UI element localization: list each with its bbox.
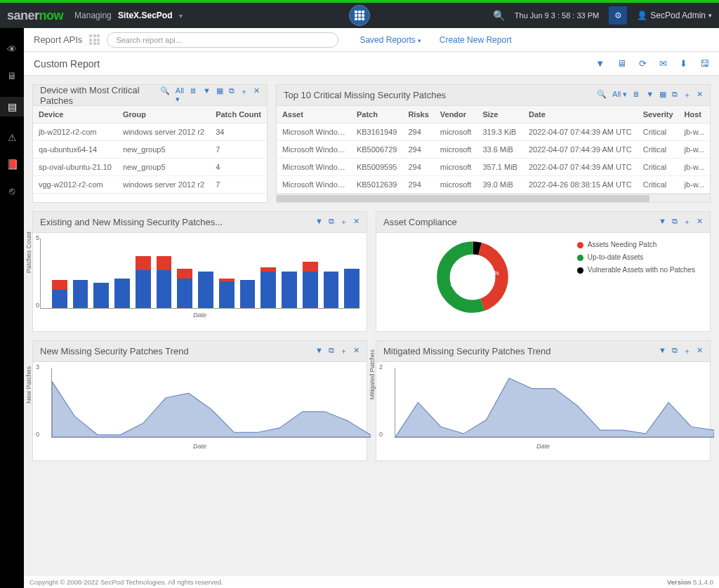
bar: [52, 280, 67, 308]
filter-icon[interactable]: ▼: [659, 346, 666, 356]
close-icon[interactable]: ✕: [353, 217, 360, 227]
bar: [157, 256, 172, 308]
card-existing-new-patches: Existing and New Missing Security Patche…: [32, 211, 367, 332]
card-mitigated-trend: Mitigated Missing Security Patches Trend…: [376, 340, 711, 461]
col[interactable]: Date: [523, 106, 638, 123]
close-icon[interactable]: ✕: [697, 346, 703, 356]
grid-view-icon[interactable]: [89, 34, 100, 45]
col[interactable]: Severity: [638, 106, 679, 123]
table-row[interactable]: qa-ubuntux64-14new_group57: [33, 141, 267, 159]
nav-reports-icon[interactable]: ▤: [0, 97, 24, 116]
doc-icon[interactable]: 🗎: [633, 90, 640, 100]
card-title: Device with Most Critical Patches: [40, 85, 160, 106]
add-icon[interactable]: ＋: [683, 217, 691, 227]
close-icon[interactable]: ✕: [253, 86, 260, 104]
add-icon[interactable]: ＋: [240, 86, 248, 104]
copy-icon[interactable]: ⧉: [672, 217, 678, 227]
search-icon[interactable]: 🔍: [160, 86, 170, 104]
managing-site-name: SiteX.SecPod: [118, 11, 172, 20]
create-report-link[interactable]: Create New Report: [440, 35, 512, 45]
table-row[interactable]: sp-oval-ubuntu-21.10new_group54: [33, 159, 267, 176]
col-patch-count[interactable]: Patch Count: [210, 106, 267, 123]
col[interactable]: Patch: [351, 106, 403, 123]
legend: Assets Needing PatchUp-to-date AssetsVul…: [572, 239, 695, 276]
close-icon[interactable]: ✕: [697, 90, 703, 100]
bar: [324, 272, 339, 308]
table-icon[interactable]: ▦: [659, 90, 666, 100]
brand-logo[interactable]: sanernow: [7, 8, 63, 23]
slice-label-2: 55.6%: [450, 281, 468, 288]
filter-icon[interactable]: ▼: [646, 90, 654, 100]
table-row[interactable]: vgg-w2012-r2-comwindows server 2012 r27: [33, 176, 267, 194]
close-icon[interactable]: ✕: [697, 217, 703, 227]
save-icon[interactable]: 🖫: [700, 58, 709, 69]
search-input[interactable]: Search report api...: [107, 32, 338, 48]
add-icon[interactable]: ＋: [340, 346, 348, 356]
report-apis-title: Report APIs: [34, 34, 82, 45]
bar: [136, 256, 151, 308]
close-icon[interactable]: ✕: [353, 346, 360, 356]
bar: [219, 279, 235, 308]
col[interactable]: Host: [679, 106, 711, 123]
filter-icon[interactable]: ▼: [315, 346, 323, 356]
saved-reports-link[interactable]: Saved Reports▾: [360, 35, 421, 45]
copy-icon[interactable]: ⧉: [329, 346, 334, 356]
col[interactable]: Size: [477, 106, 523, 123]
col-group[interactable]: Group: [117, 106, 210, 123]
card-top10-critical: Top 10 Critical Missing Security Patches…: [276, 84, 711, 203]
nav-book-icon[interactable]: 📕: [0, 159, 24, 170]
page-header: Custom Report ▼ 🖥 ⟳ ✉ ⬇ 🖫: [24, 52, 719, 76]
mail-icon[interactable]: ✉: [659, 58, 667, 69]
card-title: Existing and New Missing Security Patche…: [40, 217, 223, 227]
table-icon[interactable]: ▦: [216, 86, 223, 104]
user-menu[interactable]: 👤 SecPod Admin ▾: [637, 11, 712, 20]
col[interactable]: Risks: [402, 106, 434, 123]
bar: [198, 272, 213, 308]
nav-logout-icon[interactable]: ⎋: [0, 185, 24, 196]
scrollbar-thumb[interactable]: [277, 195, 649, 202]
copy-icon[interactable]: ⧉: [672, 346, 678, 356]
topbar: sanernow Managing SiteX.SecPod ▾ 🔍 Thu J…: [0, 3, 719, 28]
version-label: Version: [667, 578, 691, 586]
col-device[interactable]: Device: [33, 106, 117, 123]
filter-icon[interactable]: ▼: [659, 217, 666, 227]
copy-icon[interactable]: ⧉: [329, 217, 334, 227]
table-row[interactable]: Microsoft Windows Server 2...KB500672929…: [277, 141, 710, 159]
table-row[interactable]: Microsoft Windows Server 2...KB501263929…: [277, 176, 710, 194]
nav-monitor-icon[interactable]: 🖥: [0, 70, 24, 81]
all-dropdown[interactable]: All ▾: [176, 86, 184, 104]
app-launcher-button[interactable]: [349, 5, 370, 26]
y-axis-label: Mitigated Patches: [369, 349, 376, 400]
filter-icon[interactable]: ▼: [315, 217, 323, 227]
col[interactable]: Asset: [277, 106, 351, 123]
add-icon[interactable]: ＋: [683, 90, 691, 100]
nav-alerts-icon[interactable]: ⚠: [0, 132, 24, 143]
refresh-icon[interactable]: ⟳: [639, 58, 647, 69]
copy-icon[interactable]: ⧉: [229, 86, 235, 104]
all-dropdown[interactable]: All ▾: [612, 90, 627, 100]
search-icon[interactable]: 🔍: [597, 90, 607, 100]
filter-icon[interactable]: ▼: [203, 86, 211, 104]
chevron-down-icon: ▾: [708, 12, 712, 19]
search-icon[interactable]: 🔍: [493, 10, 505, 21]
settings-button[interactable]: ⚙: [609, 6, 627, 25]
horizontal-scrollbar[interactable]: [277, 194, 710, 202]
doc-icon[interactable]: 🗎: [190, 86, 197, 104]
monitor-icon[interactable]: 🖥: [617, 58, 626, 69]
nav-visibility-icon[interactable]: 👁: [0, 44, 24, 55]
filter-icon[interactable]: ▼: [595, 58, 605, 69]
add-icon[interactable]: ＋: [683, 346, 691, 356]
table-row[interactable]: jb-w2012-r2-comwindows server 2012 r234: [33, 123, 267, 141]
table-row[interactable]: Microsoft Windows Server 2...KB500959529…: [277, 159, 710, 176]
brand-part1: saner: [7, 8, 39, 22]
col[interactable]: Vendor: [435, 106, 477, 123]
bar: [114, 279, 130, 308]
download-icon[interactable]: ⬇: [680, 58, 687, 69]
managing-site[interactable]: Managing SiteX.SecPod ▾: [74, 11, 183, 20]
copy-icon[interactable]: ⧉: [672, 90, 678, 100]
managing-label: Managing: [74, 11, 112, 20]
add-icon[interactable]: ＋: [340, 217, 348, 227]
clock: Thu Jun 9 3 : 58 : 33 PM: [515, 11, 599, 20]
apps-grid-icon: [355, 11, 364, 20]
table-row[interactable]: Microsoft Windows Server 2...KB316194929…: [277, 123, 710, 141]
